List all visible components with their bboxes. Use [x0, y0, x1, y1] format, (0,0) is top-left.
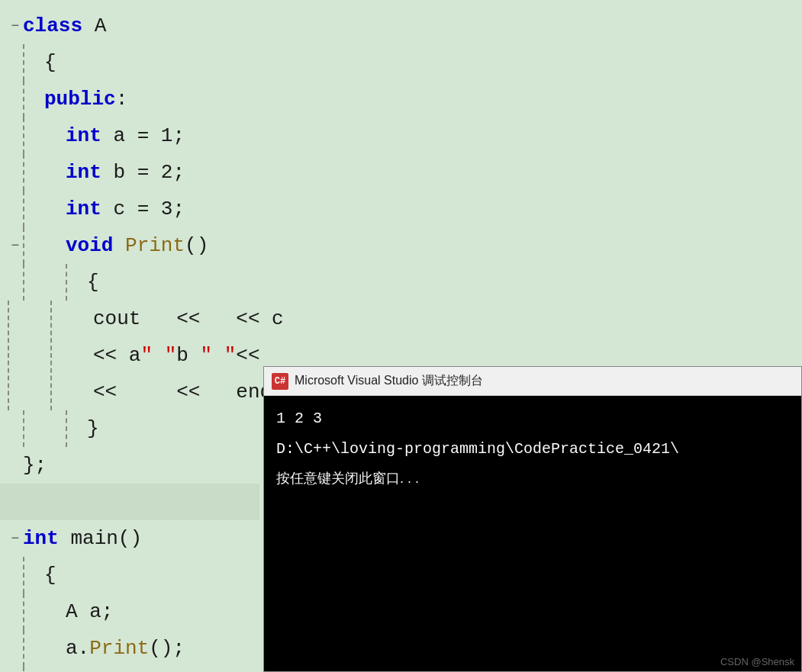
output-text-1: 1 2 3 — [276, 410, 322, 427]
line-int-b: int b = 2; — [0, 154, 259, 191]
console-app-icon: C# — [272, 373, 288, 390]
line-cout: cout << a << " " << b << " " << c << end… — [0, 301, 259, 410]
line-a-print: a. Print (); — [0, 630, 259, 667]
open-brace: { — [44, 44, 56, 81]
var-b: b = 2; — [113, 154, 185, 191]
dashed-line-main — [23, 593, 24, 630]
line-content-main: int main() — [23, 520, 142, 557]
keyword-return: return — [66, 667, 137, 672]
inner-space2 — [72, 301, 93, 410]
fn-print-call: Print — [89, 630, 149, 667]
indent-container — [23, 593, 66, 630]
inner-space — [44, 191, 66, 227]
line-int-c: int c = 3; — [0, 191, 259, 227]
line-open-brace-1: { — [0, 44, 259, 81]
keyword-class: class — [23, 8, 82, 44]
inner-space — [44, 630, 66, 667]
dashed-line-1 — [23, 264, 24, 301]
empty-line — [0, 484, 259, 520]
colon: : — [116, 81, 128, 117]
dashed-line-main — [23, 667, 24, 672]
dashed-line-1 — [23, 117, 24, 154]
dashed-line-1 — [23, 227, 24, 264]
indent-container — [23, 81, 44, 117]
dashed-line-2 — [66, 264, 67, 301]
str1-close: " — [165, 337, 177, 374]
line-open-brace-inner: { — [0, 264, 259, 301]
dashed-line-2 — [66, 410, 67, 447]
close-brace-inner: } — [87, 410, 99, 447]
indent-container — [23, 410, 87, 447]
console-output-3: 按任意键关闭此窗口. . . — [276, 468, 789, 490]
inner-space — [44, 154, 66, 191]
fn-print: Print — [125, 227, 185, 264]
console-window: C# Microsoft Visual Studio 调试控制台 1 2 3 D… — [263, 366, 802, 672]
line-close-brace-inner: } — [0, 410, 259, 447]
str2-close: " — [224, 337, 237, 374]
watermark-text: CSDN @Shensk — [720, 656, 794, 667]
line-int-main: − int main() — [0, 520, 259, 557]
cout-text: cout << a << — [93, 301, 140, 410]
line-content: class A — [23, 8, 106, 44]
collapse-icon-print[interactable]: − — [8, 227, 23, 264]
line-class-decl: − class A — [0, 8, 259, 44]
keyword-public: public — [44, 81, 116, 117]
open-brace-main: { — [44, 557, 56, 593]
console-icon-label: C# — [275, 376, 285, 387]
indent-container — [8, 301, 93, 410]
parens: () — [185, 227, 208, 264]
console-output-2: D:\C++\loving-programming\CodePractice_0… — [276, 437, 789, 461]
keyword-void: void — [66, 227, 113, 264]
line-public: public : — [0, 81, 259, 117]
open-brace-inner: { — [87, 264, 99, 301]
indent-container — [23, 44, 44, 81]
inner-space — [44, 117, 66, 154]
watermark: CSDN @Shensk — [720, 656, 794, 667]
stmt-A-a: A a; — [66, 593, 113, 630]
cout-mid: << b << — [176, 301, 200, 410]
indent-container — [23, 117, 66, 154]
main-container: − class A { public : — [0, 0, 802, 672]
space-char — [153, 337, 165, 374]
stmt-a-dot: a. — [66, 630, 89, 667]
keyword-int-c: int — [66, 191, 101, 227]
indent-container — [23, 667, 66, 672]
var-c: c = 3; — [113, 191, 185, 227]
console-body: 1 2 3 D:\C++\loving-programming\CodePrac… — [264, 396, 801, 500]
indent-container — [23, 557, 44, 593]
str2: " — [200, 337, 212, 374]
dashed-line-main — [23, 557, 24, 593]
indent-container — [23, 191, 66, 227]
inner-space — [29, 301, 50, 410]
indent-container — [23, 227, 66, 264]
space-char2 — [212, 337, 224, 374]
dashed-line-1 — [23, 44, 24, 81]
inner-space — [44, 667, 66, 672]
indent-container — [23, 630, 66, 667]
line-int-a: int a = 1; — [0, 117, 259, 154]
dashed-line-1 — [23, 191, 24, 227]
dashed-line-1 — [23, 410, 24, 447]
collapse-icon-class[interactable]: − — [8, 8, 23, 44]
output-text-3: 按任意键关闭此窗口. . . — [276, 471, 419, 486]
collapse-icon-main[interactable]: − — [8, 520, 23, 557]
output-text-2: D:\C++\loving-programming\CodePractice_0… — [276, 440, 679, 458]
console-output-1: 1 2 3 — [276, 407, 789, 431]
console-titlebar: C# Microsoft Visual Studio 调试控制台 — [264, 367, 801, 396]
stmt-parens-semi: (); — [149, 630, 185, 667]
return-val: 0; — [149, 667, 172, 672]
inner-space — [44, 593, 66, 630]
indent-container — [23, 154, 66, 191]
indent-container — [23, 264, 87, 301]
class-name-a: A — [95, 8, 107, 44]
dashed-line-main — [23, 630, 24, 667]
line-A-a: A a; — [0, 593, 259, 630]
dashed-line-1 — [23, 154, 24, 191]
var-a: a = 1; — [113, 117, 185, 154]
inner-space — [44, 264, 66, 301]
console-title: Microsoft Visual Studio 调试控制台 — [295, 373, 483, 389]
keyword-int-a: int — [66, 117, 101, 154]
line-close-brace-class: }; — [0, 447, 259, 484]
dashed-line-1 — [8, 301, 9, 410]
line-void-print: − void Print () — [0, 227, 259, 264]
